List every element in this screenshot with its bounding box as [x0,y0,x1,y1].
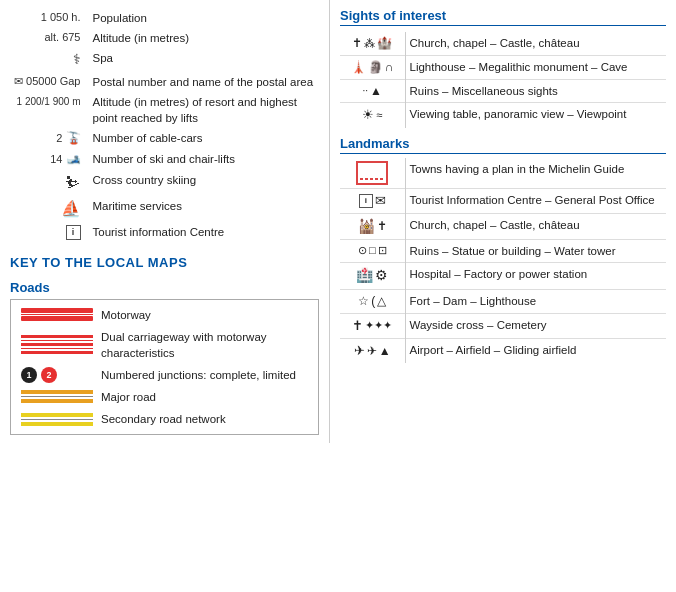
dual-label: Dual carriageway with motorway character… [101,331,267,359]
spa-label: Spa [93,52,113,64]
cross-country-icon: ⛷ [65,174,81,191]
landmark-icon-cell: 🏥 ⚙ [340,263,405,290]
water-tower-icon: ⊡ [378,243,387,258]
table-row: ⛷ Cross country skiing [10,170,319,196]
ski-lift-value: 14 [50,153,65,165]
icon-cell: i [10,222,89,242]
table-row: 14 🎿 Number of ski and chair-lifts [10,149,319,170]
table-row: ✉ 05000 Gap Postal number and name of th… [10,72,319,92]
gliding-icon: ▲ [379,343,391,360]
tourist-centre-icon: i [359,194,373,208]
landmark-label: Wayside cross – Cemetery [405,313,666,338]
landmarks-row: ☆ ( △ Fort – Dam – Lighthouse [340,290,666,314]
icon-cell: ⚕ [10,48,89,72]
road-line [21,348,93,349]
factory-icon: ⚙ [375,266,388,286]
sights-row: ✝ ⁂ 🏰 Church, chapel – Castle, château [340,32,666,55]
cable-car-icon: 🚡 [66,131,81,145]
label-cell: Spa [89,48,320,72]
landmark-label: Church, chapel – Castle, château [405,213,666,240]
road-line [21,419,93,420]
landmark-icon-cell [340,158,405,189]
major-label: Major road [101,391,156,403]
icon-group: ⊙ □ ⊡ [344,243,401,258]
lighthouse-icon: 🗼 [351,59,366,76]
ski-lift-label: Number of ski and chair-lifts [93,153,236,165]
population-label: Population [93,12,147,24]
icon-cell: ✉ 05000 Gap [10,72,89,92]
icon-cell: 14 🎿 [10,149,89,170]
sights-icon-cell: ·· ▲ [340,79,405,103]
landmark-label: Airport – Airfield – Gliding airfield [405,339,666,364]
sights-heading: Sights of interest [340,8,666,26]
road-line [21,340,93,341]
label-cell: Number of cable-cars [89,128,320,149]
motorway-label: Motorway [101,309,151,321]
table-row: Secondary road network [17,408,312,430]
label-cell: Cross country skiing [89,170,320,196]
chapel-icon: ⁂ [364,36,375,51]
landmarks-row: 🕍 ✝ Church, chapel – Castle, château [340,213,666,240]
label-cell: Population [89,8,320,28]
table-row: ⛵ Maritime services [10,196,319,222]
postal-label: Postal number and name of the postal are… [93,76,314,88]
post-office-icon: ✉ [375,192,386,210]
cemetery-icon: ✦✦✦ [365,318,392,333]
sights-row: ☀ ≈ Viewing table, panoramic view – View… [340,103,666,128]
road-line [21,413,93,417]
population-value: 1 050 h. [41,11,81,23]
landmarks-row: ✝ ✦✦✦ Wayside cross – Cemetery [340,313,666,338]
road-line [21,396,93,397]
table-row: ⚕ Spa [10,48,319,72]
landmark-icon-cell: ⊙ □ ⊡ [340,240,405,263]
hospital-icon: 🏥 [356,266,373,286]
resort-altitude-label: Altitude (in metres) of resort and highe… [93,96,298,124]
table-row: 2 🚡 Number of cable-cars [10,128,319,149]
left-column: 1 050 h. Population alt. 675 Altitude (i… [0,0,330,443]
landmark-label: Ruins – Statue or building – Water tower [405,240,666,263]
sights-label: Ruins – Miscellaneous sights [405,79,666,103]
viewpoint-icon: ≈ [376,108,382,123]
junction-red: 2 [41,367,57,383]
sights-icon-cell: 🗼 🗿 ∩ [340,55,405,79]
icon-group: ✝ ✦✦✦ [344,317,401,335]
fort-icon: ☆ [358,293,369,310]
sights-label: Lighthouse – Megalithic monument – Cave [405,55,666,79]
cable-car-value: 2 [56,132,65,144]
landmark-label: Tourist Information Centre – General Pos… [405,188,666,213]
tourist-info-icon: i [66,225,81,240]
church-icon: ✝ [352,35,362,52]
altitude-value: alt. 675 [44,31,80,43]
road-label: Major road [97,386,312,408]
sights-icon-cell: ✝ ⁂ 🏰 [340,32,405,55]
wayside-cross-icon: ✝ [352,317,363,335]
table-row: Major road [17,386,312,408]
icon-group: ☀ ≈ [344,106,401,124]
info-table: 1 050 h. Population alt. 675 Altitude (i… [10,8,319,243]
sights-label: Viewing table, panoramic view – Viewpoin… [405,103,666,128]
landmarks-row: 🏥 ⚙ Hospital – Factory or power station [340,263,666,290]
michelin-guide-icon [356,161,388,185]
maritime-label: Maritime services [93,200,182,212]
landmark-icon-cell: i ✉ [340,188,405,213]
sights-table: ✝ ⁂ 🏰 Church, chapel – Castle, château 🗼… [340,32,666,128]
icon-group [344,161,401,185]
ski-lift-icon: 🎿 [66,152,81,166]
castle-lm-icon: ✝ [377,218,387,235]
road-icon-major [17,386,97,408]
road-line [21,390,93,394]
cave-icon: ∩ [385,59,394,76]
label-cell: Number of ski and chair-lifts [89,149,320,170]
icon-group: ✝ ⁂ 🏰 [344,35,401,52]
road-line [21,343,93,346]
landmark-label: Fort – Dam – Lighthouse [405,290,666,314]
road-line [21,314,93,315]
landmarks-row: Towns having a plan in the Michelin Guid… [340,158,666,189]
landmark-icon-cell: ✈ ✈ ▲ [340,339,405,364]
roads-box: Motorway [10,299,319,436]
icon-cell: ⛵ [10,196,89,222]
road-label: Motorway [97,304,312,326]
landmark-icon-cell: ☆ ( △ [340,290,405,314]
castle-icon: 🏰 [377,35,392,52]
numbered-label: Numbered junctions: complete, limited [101,369,296,381]
